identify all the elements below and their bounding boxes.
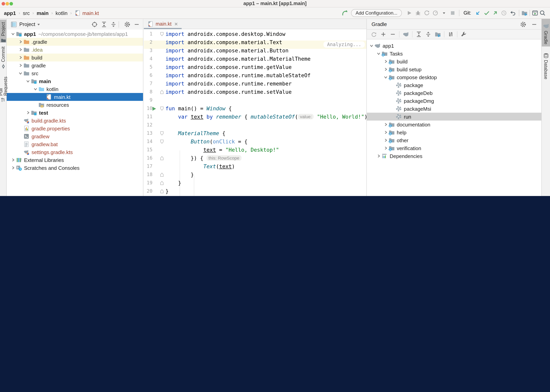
project-tree-item-gradlew[interactable]: gradlew xyxy=(7,132,143,140)
gradle-tree-item-documentation[interactable]: documentation xyxy=(367,120,541,128)
gradle-tree-item-dependencies[interactable]: Dependencies xyxy=(367,152,541,160)
gradle-tree-item-packagedeb[interactable]: packageDeb xyxy=(367,89,541,97)
code-line-1[interactable]: import androidx.compose.desktop.Window xyxy=(166,30,285,38)
code-line-11[interactable]: var text by remember { mutableStateOf(va… xyxy=(166,113,366,121)
gradle-settings-gear-icon[interactable] xyxy=(520,21,526,27)
code-line-20[interactable]: } xyxy=(166,187,169,196)
folder-orange-icon xyxy=(23,39,29,45)
code-line-16[interactable]: }) { this: RowScope xyxy=(166,154,241,162)
code-line-3[interactable]: import androidx.compose.material.Button xyxy=(166,47,288,55)
fold-marker[interactable] xyxy=(160,30,164,38)
project-settings-gear-icon[interactable] xyxy=(124,21,130,27)
breadcrumb-item[interactable]: main.kt xyxy=(82,10,99,16)
code-line-2[interactable]: import androidx.compose.material.Text xyxy=(166,38,282,47)
tool-window-button-project[interactable]: Project xyxy=(0,20,6,42)
project-tree-item-external-libraries[interactable]: External Libraries xyxy=(7,156,143,164)
gradle-tree-item-package[interactable]: package xyxy=(367,81,541,89)
code-line-4[interactable]: import androidx.compose.material.Materia… xyxy=(166,55,311,63)
execute-gradle-task-icon[interactable] xyxy=(403,31,409,37)
gradle-tree-item-tasks[interactable]: Tasks xyxy=(367,50,541,57)
tree-item-label: help xyxy=(397,129,406,135)
tool-window-button-database[interactable]: Database xyxy=(542,49,550,77)
tool-window-button-commit[interactable]: Commit xyxy=(0,44,6,65)
gradle-tree-item-build-setup[interactable]: build setup xyxy=(367,65,541,73)
gradle-tree-item-other[interactable]: other xyxy=(367,136,541,144)
library-icon xyxy=(16,157,22,163)
tree-chevron-icon xyxy=(383,59,388,63)
tree-item-path: ~/compose/compose-jb/templates/app1 xyxy=(38,31,128,37)
collapse-all-icon[interactable] xyxy=(425,31,432,37)
fold-marker[interactable] xyxy=(160,88,164,96)
hide-project-panel-icon[interactable] xyxy=(133,21,140,27)
project-panel-title[interactable]: Project xyxy=(19,21,35,27)
project-tree-item-build-gradle-kts[interactable]: build.gradle.kts xyxy=(7,117,143,125)
collapse-all-icon[interactable] xyxy=(110,21,117,27)
breadcrumb-item[interactable]: src xyxy=(23,10,30,16)
attach-gradle-project-icon[interactable] xyxy=(380,31,387,37)
code-line-19[interactable]: } xyxy=(166,179,181,187)
tool-window-button-pull-requests[interactable]: Pull Requests xyxy=(0,67,6,102)
code-line-8[interactable]: import androidx.compose.runtime.setValue xyxy=(166,88,292,96)
breadcrumb-item[interactable]: kotlin xyxy=(56,10,68,16)
project-tree-item-scratches-and-consoles[interactable]: Scratches and Consoles xyxy=(7,164,143,172)
group-modules-icon[interactable] xyxy=(435,31,441,37)
tree-chevron-icon xyxy=(383,138,388,142)
gradle-settings-icon[interactable] xyxy=(460,31,467,37)
add-configuration-button[interactable]: Add Configuration... xyxy=(351,9,402,17)
toggle-offline-icon[interactable] xyxy=(448,31,454,37)
fold-marker[interactable] xyxy=(160,179,164,187)
tool-pullrequests-icon xyxy=(0,97,6,102)
project-tree-item-settings-gradle-kts[interactable]: settings.gradle.kts xyxy=(7,148,143,156)
locate-file-icon[interactable] xyxy=(91,21,98,27)
tab-main-kt[interactable]: main.kt xyxy=(144,19,182,29)
run-gutter-icon[interactable] xyxy=(151,105,157,113)
expand-all-icon[interactable] xyxy=(101,21,107,27)
fold-marker[interactable] xyxy=(160,171,164,179)
reimport-gradle-icon[interactable] xyxy=(371,31,377,37)
project-tree-item-src[interactable]: src xyxy=(7,69,143,77)
tree-chevron-icon xyxy=(383,130,388,134)
code-line-18[interactable]: } xyxy=(166,171,194,179)
project-tree-item-kotlin[interactable]: kotlin xyxy=(7,85,143,93)
fold-marker[interactable] xyxy=(160,138,164,146)
folder-gear-icon xyxy=(389,74,395,80)
project-tree-item-main[interactable]: main xyxy=(7,77,143,85)
code-line-17[interactable]: Text(text) xyxy=(166,162,235,171)
gradle-tree-item-app1[interactable]: app1 xyxy=(367,42,541,50)
project-tree-item-gradle[interactable]: gradle xyxy=(7,62,143,69)
project-tree-item-resources[interactable]: resources xyxy=(7,101,143,109)
gradle-tree-item-packagedmg[interactable]: packageDmg xyxy=(367,97,541,105)
hide-gradle-panel-icon[interactable] xyxy=(531,21,537,27)
gradle-tree-item-compose-desktop[interactable]: compose desktop xyxy=(367,73,541,81)
detach-gradle-project-icon[interactable] xyxy=(390,31,396,37)
gradle-tree-item-verification[interactable]: verification xyxy=(367,144,541,152)
breadcrumb-item[interactable]: app1 xyxy=(4,10,16,16)
project-tree-item-app1[interactable]: app1~/compose/compose-jb/templates/app1 xyxy=(7,30,143,38)
project-tree-item-test[interactable]: test xyxy=(7,109,143,117)
gradle-tree-item-run[interactable]: run xyxy=(367,113,541,120)
code-line-15[interactable]: text = "Hello, Desktop!" xyxy=(166,146,279,154)
fold-marker[interactable] xyxy=(160,105,164,113)
fold-marker[interactable] xyxy=(160,154,164,162)
code-line-6[interactable]: import androidx.compose.runtime.mutableS… xyxy=(166,71,311,80)
gradle-tree-item-build[interactable]: build xyxy=(367,57,541,65)
code-line-13[interactable]: MaterialTheme { xyxy=(166,129,225,138)
fold-marker[interactable] xyxy=(160,187,164,196)
gradle-tree-item-packagemsi[interactable]: packageMsi xyxy=(367,105,541,113)
code-line-5[interactable]: import androidx.compose.runtime.getValue xyxy=(166,63,292,71)
code-line-7[interactable]: import androidx.compose.runtime.remember xyxy=(166,80,292,88)
breadcrumb-item[interactable]: main xyxy=(37,10,49,16)
project-tree-item-gradlew-bat[interactable]: gradlew.bat xyxy=(7,140,143,148)
tool-window-button-gradle[interactable]: Gradle xyxy=(542,19,550,47)
code-line-10[interactable]: fun main() = Window { xyxy=(166,105,232,113)
project-tree-item--idea[interactable]: .idea xyxy=(7,46,143,54)
gradle-tree-item-help[interactable]: help xyxy=(367,128,541,136)
code-line-14[interactable]: Button(onClick = { xyxy=(166,138,247,146)
close-tab-icon[interactable] xyxy=(174,22,178,26)
project-tree-item-gradle-properties[interactable]: gradle.properties xyxy=(7,125,143,132)
project-tree-item--gradle[interactable]: .gradle xyxy=(7,38,143,46)
expand-all-icon[interactable] xyxy=(416,31,422,37)
fold-marker[interactable] xyxy=(160,129,164,138)
project-tree-item-build[interactable]: build xyxy=(7,54,143,62)
project-tree-item-main-kt[interactable]: main.kt xyxy=(7,93,143,101)
